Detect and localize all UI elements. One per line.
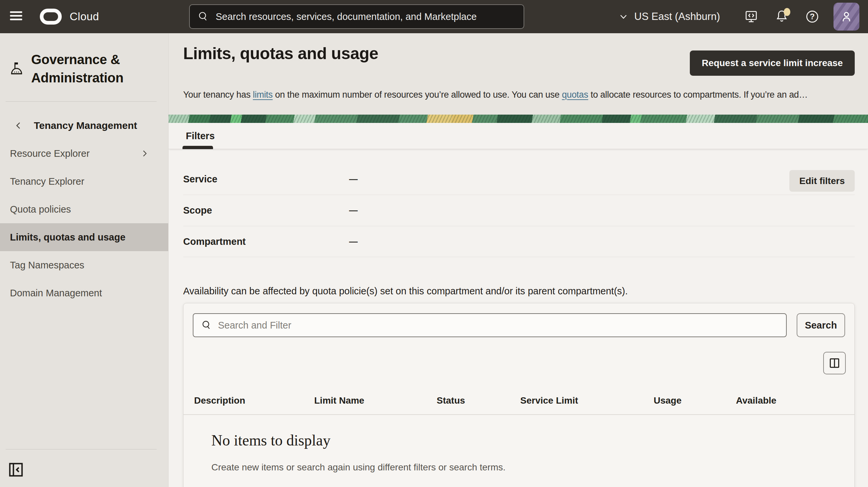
global-search[interactable] — [189, 4, 524, 29]
brand[interactable]: Cloud — [40, 0, 99, 33]
columns-icon — [828, 357, 841, 369]
search-icon — [200, 319, 213, 332]
page-header: Limits, quotas and usage Request a servi… — [168, 33, 868, 115]
filter-row-compartment: Compartment — — [183, 226, 855, 257]
search-button[interactable]: Search — [797, 313, 845, 337]
sidebar-item-tenancy-explorer[interactable]: Tenancy Explorer — [0, 167, 168, 195]
help-icon: ? — [805, 9, 820, 24]
filter-label: Compartment — [183, 236, 349, 247]
sidebar-footer-divider — [6, 449, 157, 450]
collapse-sidebar-icon — [7, 461, 25, 478]
column-header-usage[interactable]: Usage — [654, 395, 736, 406]
sidebar-item-resource-explorer[interactable]: Resource Explorer — [0, 140, 168, 167]
help-button[interactable]: ? — [803, 7, 822, 26]
chevron-down-icon — [618, 11, 629, 22]
column-picker-button[interactable] — [823, 352, 846, 374]
brand-label: Cloud — [70, 10, 99, 23]
parent-nav-label: Tenancy Management — [34, 120, 137, 131]
console-button[interactable] — [742, 7, 761, 26]
sidebar-item-quota-policies[interactable]: Quota policies — [0, 195, 168, 223]
search-icon — [196, 10, 210, 23]
hamburger-menu-button[interactable] — [10, 10, 23, 23]
active-tab-indicator — [183, 146, 213, 149]
sidebar-nav: Resource Explorer Tenancy Explorer Quota… — [0, 140, 168, 307]
sidebar-section-title: Governance & Administration — [31, 51, 147, 87]
filter-row-service: Service — — [183, 149, 855, 195]
region-label: US East (Ashburn) — [634, 11, 720, 23]
hamburger-icon — [10, 11, 22, 13]
topbar-actions: US East (Ashburn) — [618, 0, 859, 33]
sidebar: Governance & Administration Tenancy Mana… — [0, 33, 168, 487]
collapse-sidebar-button[interactable] — [7, 461, 25, 478]
column-header-available[interactable]: Available — [736, 395, 855, 406]
search-and-filter-input[interactable] — [218, 320, 779, 331]
tab-filters[interactable]: Filters — [183, 123, 215, 149]
request-limit-increase-button[interactable]: Request a service limit increase — [690, 51, 855, 76]
page-title: Limits, quotas and usage — [183, 44, 378, 63]
filter-value: — — [349, 174, 358, 184]
quotas-link[interactable]: quotas — [562, 90, 588, 99]
svg-text:?: ? — [810, 12, 815, 21]
global-search-input[interactable] — [216, 11, 517, 22]
limits-link[interactable]: limits — [253, 90, 273, 99]
sidebar-divider — [6, 101, 157, 102]
sidebar-item-domain-management[interactable]: Domain Management — [0, 279, 168, 307]
filter-value: — — [349, 236, 358, 247]
notifications-button[interactable] — [772, 7, 791, 26]
oci-console: Cloud US East (Ashburn) — [0, 0, 868, 487]
user-avatar[interactable] — [834, 3, 859, 31]
column-header-description[interactable]: Description — [194, 395, 314, 406]
chevron-left-icon — [13, 120, 24, 131]
oracle-logo-icon — [40, 9, 62, 25]
column-header-status[interactable]: Status — [437, 395, 520, 406]
filter-value: — — [349, 205, 358, 216]
topbar: Cloud US East (Ashburn) — [0, 0, 868, 33]
notification-badge — [784, 8, 790, 16]
filter-label: Scope — [183, 205, 349, 216]
table-header-row: Description Limit Name Status Service Li… — [184, 387, 855, 415]
sidebar-item-tag-namespaces[interactable]: Tag Namespaces — [0, 251, 168, 279]
results-card: Search Description Limit Name Status Ser… — [183, 303, 855, 487]
governance-icon — [9, 60, 25, 77]
content-area: Filters Edit filters Service — Scope — C… — [168, 123, 868, 487]
sidebar-item-limits-quotas-usage[interactable]: Limits, quotas and usage — [0, 223, 168, 251]
filter-label: Service — [183, 174, 349, 185]
empty-state-title: No items to display — [211, 432, 331, 449]
column-header-limit-name[interactable]: Limit Name — [314, 395, 437, 406]
main-content: Limits, quotas and usage Request a servi… — [168, 33, 868, 487]
sidebar-back-tenancy-management[interactable]: Tenancy Management — [0, 114, 168, 137]
search-and-filter-field[interactable] — [193, 313, 787, 337]
tab-bar: Filters — [168, 123, 868, 149]
tab-filters-label: Filters — [183, 131, 215, 142]
empty-state-message: Create new items or search again using d… — [211, 462, 506, 473]
filter-row-scope: Scope — — [183, 195, 855, 226]
console-icon — [744, 9, 759, 24]
sidebar-header: Governance & Administration — [0, 51, 168, 87]
user-icon — [839, 9, 854, 24]
chevron-right-icon — [140, 148, 150, 159]
availability-note: Availability can be affected by quota po… — [183, 286, 628, 297]
region-selector[interactable]: US East (Ashburn) — [618, 11, 720, 23]
decorative-banner — [168, 115, 868, 123]
page-description: Your tenancy has limits on the maximum n… — [183, 90, 867, 100]
column-header-service-limit[interactable]: Service Limit — [520, 395, 654, 406]
